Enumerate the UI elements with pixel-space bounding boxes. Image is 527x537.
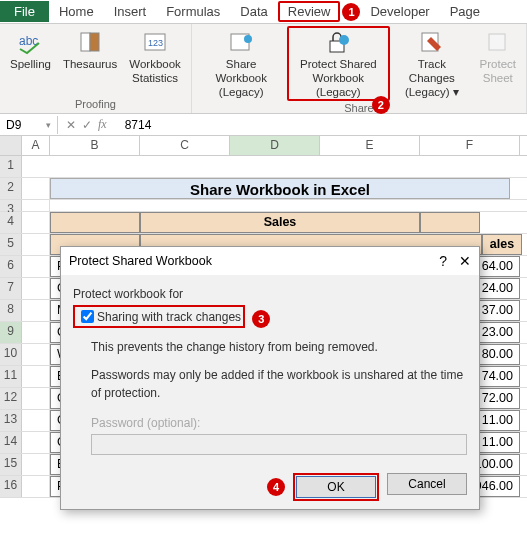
svg-point-6 <box>244 35 252 43</box>
track-label2: (Legacy) ▾ <box>405 86 459 100</box>
protect-workbook-for-label: Protect workbook for <box>73 285 467 303</box>
row-header[interactable]: 8 <box>0 300 22 321</box>
row-header[interactable]: 11 <box>0 366 22 387</box>
protect-sheet-button[interactable]: Protect Sheet <box>474 26 522 88</box>
row-header[interactable]: 5 <box>0 234 22 255</box>
protect-sheet-icon <box>484 28 512 56</box>
row-header[interactable]: 14 <box>0 432 22 453</box>
group-share: Share Workbook (Legacy) Protect Shared W… <box>192 24 527 113</box>
stats-label1: Workbook <box>129 58 181 72</box>
close-icon[interactable]: ✕ <box>459 253 471 269</box>
group-proofing-label: Proofing <box>4 97 187 111</box>
workbook-stats-icon: 123 <box>141 28 169 56</box>
psheet-label2: Sheet <box>483 72 513 86</box>
row-header[interactable]: 10 <box>0 344 22 365</box>
col-F[interactable]: F <box>420 136 520 155</box>
sales-header: Sales <box>140 212 420 233</box>
tab-file[interactable]: File <box>0 1 49 22</box>
col-B[interactable]: B <box>50 136 140 155</box>
row-header[interactable]: 7 <box>0 278 22 299</box>
share-workbook-button[interactable]: Share Workbook (Legacy) <box>196 26 287 101</box>
track-changes-icon <box>418 28 446 56</box>
svg-rect-2 <box>90 33 99 51</box>
track-label1: Track Changes <box>396 58 467 86</box>
col-D[interactable]: D <box>230 136 320 155</box>
col-E[interactable]: E <box>320 136 420 155</box>
svg-rect-10 <box>489 34 505 50</box>
protect-label2: Workbook (Legacy) <box>293 72 385 100</box>
callout-2: 2 <box>372 96 390 114</box>
share-workbook-icon <box>227 28 255 56</box>
row-header[interactable]: 13 <box>0 410 22 431</box>
row-header[interactable]: 16 <box>0 476 22 497</box>
formula-value[interactable]: 8714 <box>115 118 162 132</box>
row-header[interactable]: 1 <box>0 156 22 177</box>
col-A[interactable]: A <box>22 136 50 155</box>
row-header[interactable]: 2 <box>0 178 22 199</box>
protect-label1: Protect Shared <box>300 58 377 72</box>
svg-point-8 <box>339 35 349 45</box>
thesaurus-icon <box>76 28 104 56</box>
spelling-button[interactable]: abc Spelling <box>4 26 57 74</box>
formula-bar: D9 ▾ ✕ ✓ fx 8714 <box>0 114 527 136</box>
row-header[interactable]: 9 <box>0 322 22 343</box>
workbook-stats-button[interactable]: 123 Workbook Statistics <box>123 26 187 88</box>
group-share-label: Share <box>196 101 522 115</box>
sharing-track-changes-label: Sharing with track changes <box>97 308 241 326</box>
group-proofing: abc Spelling Thesaurus 123 Workbook Stat… <box>0 24 192 113</box>
note-2: Passwords may only be added if the workb… <box>91 366 467 402</box>
row-header[interactable]: 3 <box>0 200 22 211</box>
password-label: Password (optional): <box>91 414 467 432</box>
help-icon[interactable]: ? <box>439 253 447 269</box>
psheet-label1: Protect <box>480 58 516 72</box>
stats-label2: Statistics <box>132 72 178 86</box>
fx-icon[interactable]: fx <box>98 117 107 132</box>
note-1: This prevents the change history from be… <box>91 338 467 356</box>
enter-formula-icon[interactable]: ✓ <box>82 118 92 132</box>
svg-text:123: 123 <box>148 38 163 48</box>
tab-insert[interactable]: Insert <box>104 1 157 22</box>
row-header[interactable]: 12 <box>0 388 22 409</box>
callout-3: 3 <box>252 310 270 328</box>
col-C[interactable]: C <box>140 136 230 155</box>
cancel-formula-icon[interactable]: ✕ <box>66 118 76 132</box>
callout-4: 4 <box>267 478 285 496</box>
tab-home[interactable]: Home <box>49 1 104 22</box>
share-label2: (Legacy) <box>219 86 264 100</box>
select-all-corner[interactable] <box>0 136 22 155</box>
dialog-title: Protect Shared Workbook <box>69 254 212 268</box>
thesaurus-label: Thesaurus <box>63 58 117 72</box>
tab-data[interactable]: Data <box>230 1 277 22</box>
svg-rect-1 <box>81 33 90 51</box>
tab-formulas[interactable]: Formulas <box>156 1 230 22</box>
spelling-icon: abc <box>16 28 44 56</box>
sharing-track-changes-checkbox[interactable] <box>81 310 94 323</box>
tab-review[interactable]: Review <box>278 1 341 22</box>
ribbon: abc Spelling Thesaurus 123 Workbook Stat… <box>0 24 527 114</box>
column-headers: A B C D E F <box>0 136 527 156</box>
name-box-chevron-icon[interactable]: ▾ <box>46 120 51 130</box>
share-label1: Share Workbook <box>202 58 281 86</box>
protect-shared-workbook-dialog: Protect Shared Workbook ? ✕ Protect work… <box>60 246 480 510</box>
protect-shared-icon <box>324 28 352 56</box>
row-header[interactable]: 15 <box>0 454 22 475</box>
protect-shared-workbook-button[interactable]: Protect Shared Workbook (Legacy) <box>287 26 391 101</box>
ok-button[interactable]: OK <box>296 476 376 498</box>
col-suffix: ales <box>482 234 522 255</box>
ribbon-tabs: File Home Insert Formulas Data Review 1 … <box>0 0 527 24</box>
tab-developer[interactable]: Developer <box>360 1 439 22</box>
fx-controls: ✕ ✓ fx <box>58 117 115 132</box>
name-box-value: D9 <box>6 118 21 132</box>
cancel-button[interactable]: Cancel <box>387 473 467 495</box>
sheet-title: Share Workbook in Excel <box>50 178 510 199</box>
row-header[interactable]: 6 <box>0 256 22 277</box>
tab-page[interactable]: Page <box>440 1 490 22</box>
callout-1: 1 <box>342 3 360 21</box>
spelling-label: Spelling <box>10 58 51 72</box>
track-changes-button[interactable]: Track Changes (Legacy) ▾ <box>390 26 473 101</box>
row-header[interactable]: 4 <box>0 212 22 233</box>
dialog-titlebar: Protect Shared Workbook ? ✕ <box>61 247 479 275</box>
name-box[interactable]: D9 ▾ <box>0 116 58 134</box>
thesaurus-button[interactable]: Thesaurus <box>57 26 123 74</box>
chevron-down-icon: ▾ <box>453 86 459 98</box>
